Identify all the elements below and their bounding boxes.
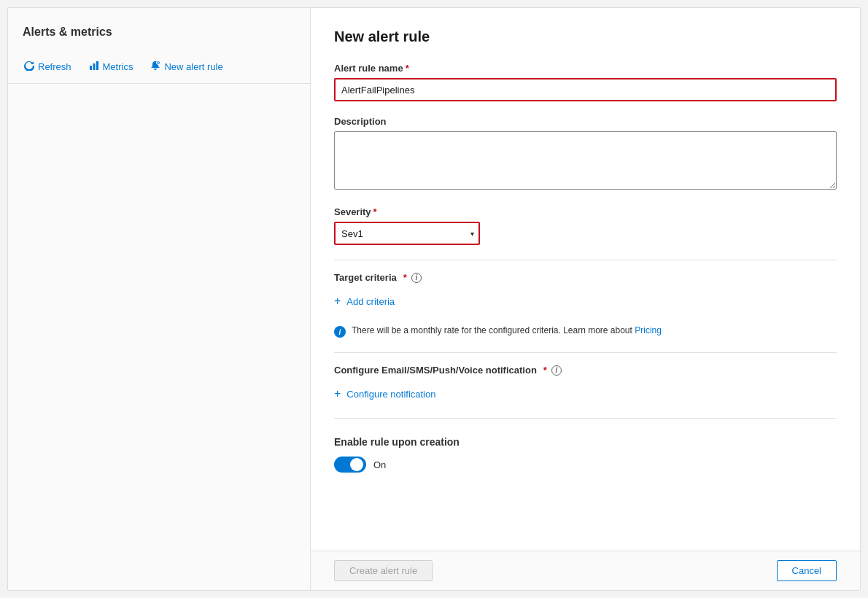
divider-3 (334, 418, 837, 419)
required-star: * (406, 63, 409, 74)
new-alert-icon (150, 61, 160, 73)
info-banner: i There will be a monthly rate for the c… (334, 325, 837, 338)
configure-notification-label: Configure Email/SMS/Push/Voice notificat… (334, 365, 837, 376)
sidebar: Alerts & metrics Refresh M (8, 8, 311, 590)
divider-2 (334, 352, 837, 353)
form-title: New alert rule (334, 28, 837, 45)
description-group: Description (334, 116, 837, 192)
description-label: Description (334, 116, 837, 127)
sidebar-toolbar: Refresh Metrics (8, 50, 310, 84)
alert-rule-name-input[interactable] (334, 78, 837, 101)
divider-1 (334, 260, 837, 260)
description-textarea[interactable] (334, 131, 837, 190)
metrics-button[interactable]: Metrics (82, 56, 141, 77)
svg-rect-0 (90, 66, 92, 70)
severity-group: Severity* Sev0 Sev1 Sev2 Sev3 Sev4 ▾ (334, 206, 837, 245)
alert-rule-name-label: Alert rule name* (334, 63, 837, 74)
enable-rule-toggle[interactable] (334, 457, 366, 473)
svg-rect-2 (96, 61, 98, 70)
notification-info-icon[interactable]: i (551, 365, 562, 376)
toggle-slider (334, 457, 366, 473)
configure-notification-group: Configure Email/SMS/Push/Voice notificat… (334, 365, 837, 403)
target-criteria-required: * (403, 272, 407, 283)
add-criteria-label: Add criteria (346, 296, 395, 307)
info-filled-icon: i (334, 326, 346, 338)
create-alert-rule-button[interactable]: Create alert rule (334, 560, 433, 581)
new-alert-button[interactable]: New alert rule (143, 56, 230, 77)
metrics-label: Metrics (103, 61, 133, 72)
toggle-row: On (334, 457, 837, 473)
form-panel: New alert rule Alert rule name* Descript… (311, 8, 860, 551)
refresh-label: Refresh (38, 61, 71, 72)
main-content: New alert rule Alert rule name* Descript… (311, 8, 860, 590)
metrics-icon (89, 61, 99, 73)
pricing-link[interactable]: Pricing (635, 325, 662, 335)
footer-bar: Create alert rule Cancel (311, 551, 860, 590)
alert-rule-name-group: Alert rule name* (334, 63, 837, 101)
configure-plus-icon: + (334, 387, 341, 400)
severity-select-wrapper: Sev0 Sev1 Sev2 Sev3 Sev4 ▾ (334, 222, 480, 245)
severity-select[interactable]: Sev0 Sev1 Sev2 Sev3 Sev4 (334, 222, 480, 245)
notification-required: * (543, 365, 547, 376)
target-criteria-label: Target criteria * i (334, 272, 837, 283)
toggle-on-text: On (373, 459, 386, 470)
configure-notification-btn-label: Configure notification (346, 389, 435, 400)
refresh-icon (24, 61, 34, 73)
enable-rule-section: Enable rule upon creation On (334, 436, 837, 473)
sidebar-title: Alerts & metrics (8, 8, 310, 50)
enable-rule-label: Enable rule upon creation (334, 436, 837, 448)
target-criteria-group: Target criteria * i + Add criteria (334, 272, 837, 311)
svg-rect-1 (93, 63, 95, 70)
configure-notification-button[interactable]: + Configure notification (334, 384, 435, 403)
severity-label: Severity* (334, 206, 837, 217)
target-criteria-info-icon[interactable]: i (411, 273, 422, 283)
info-banner-text: There will be a monthly rate for the con… (352, 325, 662, 335)
cancel-button[interactable]: Cancel (777, 560, 837, 581)
new-alert-label: New alert rule (164, 61, 222, 72)
add-criteria-plus-icon: + (334, 295, 341, 308)
add-criteria-button[interactable]: + Add criteria (334, 292, 395, 311)
refresh-button[interactable]: Refresh (17, 56, 79, 77)
severity-required-star: * (373, 206, 377, 217)
